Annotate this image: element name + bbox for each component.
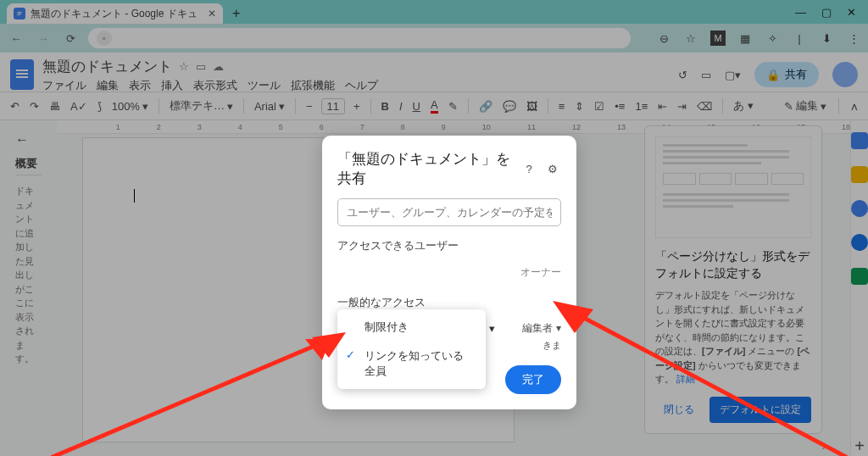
role-dropdown[interactable]: 編集者▾ (522, 321, 561, 336)
chevron-down-icon: ▾ (489, 322, 495, 335)
help-icon[interactable]: ? (520, 160, 537, 177)
share-done-button[interactable]: 完了 (505, 365, 561, 394)
access-option-anyone-with-link[interactable]: リンクを知っている全員 (337, 342, 486, 386)
share-users-section-title: アクセスできるユーザー (337, 238, 561, 253)
share-owner-label: オーナー (337, 265, 561, 280)
chevron-down-icon: ▾ (556, 322, 561, 334)
access-option-restricted[interactable]: 制限付き (337, 313, 486, 342)
access-dropdown-menu: 制限付き リンクを知っている全員 (337, 309, 486, 389)
share-add-people-input[interactable] (337, 198, 561, 226)
share-general-section-title: 一般的なアクセス (337, 295, 561, 310)
share-dialog-title: 「無題のドキュメント」を共有 (337, 149, 514, 188)
gear-icon[interactable]: ⚙ (544, 160, 561, 177)
